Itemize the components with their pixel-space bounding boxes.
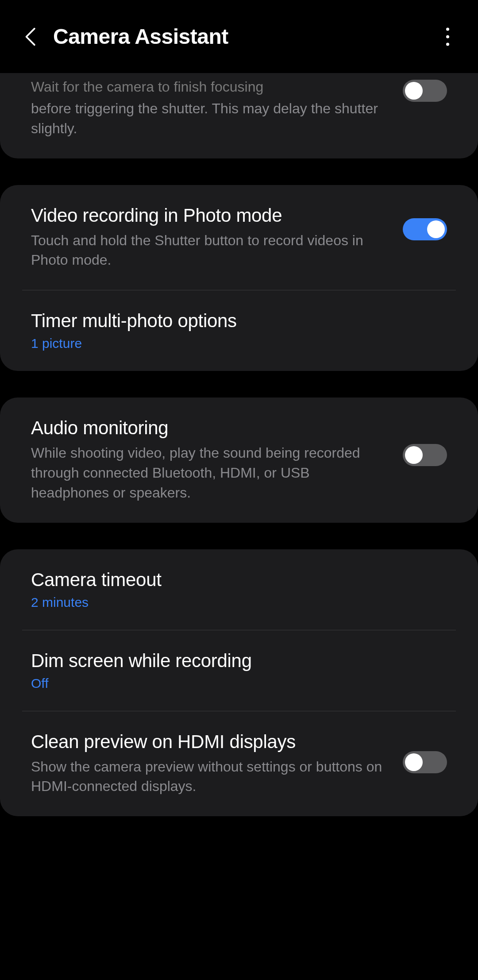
setting-title: Video recording in Photo mode [31, 205, 385, 226]
setting-clean-preview[interactable]: Clean preview on HDMI displays Show the … [0, 711, 478, 817]
setting-value: Off [31, 676, 429, 691]
toggle-knob [405, 753, 423, 771]
settings-content: Wait for the camera to finish focusing b… [0, 73, 478, 816]
setting-title: Audio monitoring [31, 417, 385, 439]
setting-text-block: Wait for the camera to finish focusing b… [31, 80, 403, 139]
more-icon [446, 35, 449, 38]
setting-text-block: Dim screen while recording Off [31, 650, 447, 691]
more-options-button[interactable] [446, 27, 449, 46]
setting-description-line2: before triggering the shutter. This may … [31, 99, 385, 139]
settings-card-video-timer: Video recording in Photo mode Touch and … [0, 185, 478, 371]
setting-camera-timeout[interactable]: Camera timeout 2 minutes [0, 549, 478, 630]
setting-value: 1 picture [31, 336, 429, 351]
settings-card-focus: Wait for the camera to finish focusing b… [0, 73, 478, 158]
setting-description-line1: Wait for the camera to finish focusing [31, 79, 385, 95]
chevron-left-icon [24, 27, 38, 46]
toggle-knob [427, 220, 445, 238]
settings-card-misc: Camera timeout 2 minutes Dim screen whil… [0, 549, 478, 817]
toggle-audio-monitoring[interactable] [403, 444, 447, 466]
setting-title: Camera timeout [31, 569, 429, 590]
setting-description: Show the camera preview without settings… [31, 757, 385, 797]
setting-focus-priority[interactable]: Wait for the camera to finish focusing b… [0, 73, 478, 158]
setting-dim-screen[interactable]: Dim screen while recording Off [0, 630, 478, 711]
setting-video-in-photo[interactable]: Video recording in Photo mode Touch and … [0, 185, 478, 290]
toggle-focus-priority[interactable] [403, 80, 447, 102]
setting-value: 2 minutes [31, 595, 429, 610]
setting-title: Timer multi-photo options [31, 310, 429, 332]
setting-title: Clean preview on HDMI displays [31, 731, 385, 752]
toggle-video-in-photo[interactable] [403, 218, 447, 240]
more-icon [446, 42, 449, 46]
page-title: Camera Assistant [53, 24, 228, 49]
more-icon [446, 27, 449, 31]
setting-description: Touch and hold the Shutter button to rec… [31, 231, 385, 270]
app-header: Camera Assistant [0, 0, 478, 73]
setting-timer-multi-photo[interactable]: Timer multi-photo options 1 picture [0, 290, 478, 371]
toggle-clean-preview[interactable] [403, 751, 447, 773]
back-button[interactable] [22, 28, 40, 46]
setting-title: Dim screen while recording [31, 650, 429, 671]
toggle-knob [405, 82, 423, 100]
setting-audio-monitoring[interactable]: Audio monitoring While shooting video, p… [0, 397, 478, 522]
setting-description: While shooting video, play the sound bei… [31, 443, 385, 502]
setting-text-block: Timer multi-photo options 1 picture [31, 310, 447, 351]
setting-text-block: Audio monitoring While shooting video, p… [31, 417, 403, 502]
setting-text-block: Video recording in Photo mode Touch and … [31, 205, 403, 270]
toggle-knob [405, 446, 423, 464]
settings-card-audio: Audio monitoring While shooting video, p… [0, 397, 478, 522]
setting-text-block: Clean preview on HDMI displays Show the … [31, 731, 403, 797]
setting-text-block: Camera timeout 2 minutes [31, 569, 447, 610]
